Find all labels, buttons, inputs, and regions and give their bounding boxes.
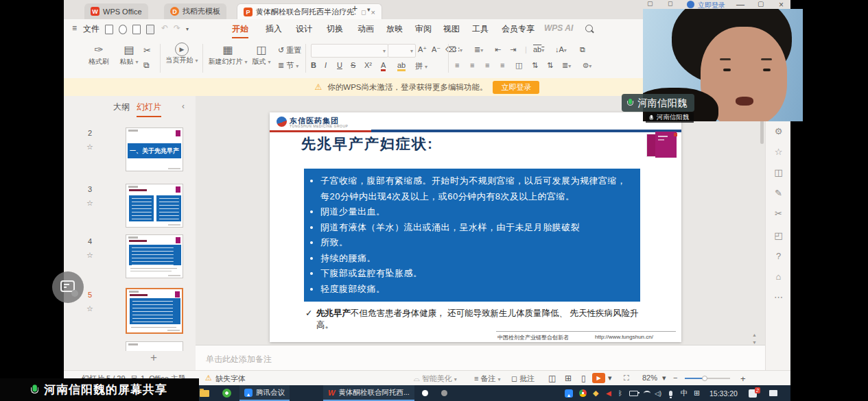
slide-canvas[interactable]: 东信医药集团 TUNGSHUN MEDICINE GROUP 先兆早产产妇症状:… — [270, 112, 681, 342]
wps-ai-button[interactable]: WPS AI — [544, 23, 573, 33]
play-from-current-button[interactable]: ▶ 当页开始 ▾ — [165, 42, 198, 65]
normal-view-icon[interactable]: ◫ — [548, 374, 556, 383]
restore-button[interactable]: ▢ — [758, 0, 764, 8]
indent-button[interactable]: ⇥ — [510, 45, 516, 54]
tray-gold-app-icon[interactable]: ◆ — [593, 385, 598, 401]
decrease-font-icon[interactable]: A⁻ — [432, 45, 441, 54]
tab-templates[interactable]: D 找稻壳模板 — [164, 3, 226, 19]
favorites-icon[interactable]: ☆ — [766, 147, 790, 157]
wifi-icon[interactable] — [644, 385, 650, 401]
print-icon[interactable] — [132, 25, 141, 34]
collapse-panel-icon[interactable]: ‹ — [182, 101, 185, 111]
slide-4-star-icon[interactable]: ☆ — [84, 251, 95, 260]
cut-icon[interactable]: ✂ — [143, 45, 151, 56]
tray-red-app-icon[interactable]: ◀ — [606, 385, 611, 401]
bold-button[interactable]: B — [311, 61, 316, 69]
touch-keyboard-icon[interactable]: ⊞ — [694, 385, 700, 401]
new-tab-button[interactable]: + — [352, 3, 357, 14]
wps-app-task[interactable]: W 黄体酮栓联合阿托西... — [323, 385, 414, 401]
menu-view[interactable]: 视图 — [443, 23, 460, 35]
clock[interactable]: 15:33:20 — [709, 385, 738, 401]
signature-icon[interactable]: ✎ — [766, 188, 790, 198]
font-color-button[interactable]: A — [381, 61, 386, 71]
action-center-icon[interactable] — [769, 385, 777, 401]
italic-button[interactable]: I — [325, 61, 327, 69]
comment-button[interactable]: ◻ 批注 — [511, 374, 535, 384]
strikethrough-button[interactable]: S — [351, 61, 355, 69]
notification-center-button[interactable]: 2 — [749, 385, 757, 401]
line-spacing-button[interactable]: ≣▾ — [562, 61, 571, 70]
menu-review[interactable]: 审阅 — [415, 23, 432, 35]
menu-tools[interactable]: 工具 — [472, 23, 489, 35]
align-center-button[interactable]: ≡ — [470, 61, 474, 69]
menu-animation[interactable]: 动画 — [357, 23, 374, 35]
line-spacing-down-button[interactable]: ⇅ — [547, 61, 553, 70]
menu-design[interactable]: 设计 — [296, 23, 312, 35]
format-painter-button[interactable]: ✑ 格式刷 — [84, 42, 113, 66]
output-icon[interactable] — [119, 25, 127, 34]
file-explorer-button[interactable] — [200, 385, 209, 401]
redo-icon[interactable]: ↷ — [174, 23, 180, 33]
browser-button[interactable] — [222, 385, 231, 401]
indicator-dot-inactive[interactable] — [441, 390, 447, 396]
layout-button[interactable]: ◫ 版式 ▾ — [249, 42, 274, 66]
save-icon[interactable] — [105, 25, 113, 34]
sort-button[interactable]: ↓A▾ — [555, 45, 567, 53]
text-direction-button[interactable]: ⧉ — [580, 45, 585, 54]
skin-icon[interactable]: ⌂ — [766, 271, 790, 282]
justify-button[interactable]: ≡ — [500, 61, 504, 69]
print-preview-icon[interactable] — [146, 25, 154, 34]
shapes-icon[interactable]: ◫ — [766, 167, 790, 178]
new-slide-button[interactable]: ▦ 新建幻灯片 ▾ — [208, 42, 248, 66]
paste-button[interactable]: ▤ 粘贴 ▾ — [115, 42, 143, 66]
highlight-button[interactable]: ab — [397, 61, 406, 71]
copy-icon[interactable]: ⧉ — [143, 60, 150, 70]
notes-button[interactable]: ≡ 备注 ▾ — [474, 374, 501, 384]
volume-icon[interactable]: ◁) — [655, 385, 661, 401]
zoom-caret[interactable]: ▾ — [662, 374, 666, 382]
tray-mic-icon[interactable] — [669, 385, 672, 401]
tab-wps-home[interactable]: W WPS Office — [84, 3, 148, 19]
align-left-button[interactable]: ≡ — [455, 61, 459, 69]
reset-button[interactable]: ↺ 重置 — [278, 45, 301, 56]
close-tab-icon[interactable]: × — [371, 8, 375, 16]
character-shading-button[interactable]: ab▾ — [533, 45, 544, 53]
indicator-dot-active[interactable] — [422, 390, 428, 396]
tab-document[interactable]: P 黄体酮栓联合阿托西半治疗先. ◻ × — [237, 3, 382, 20]
increase-font-icon[interactable]: A⁺ — [418, 45, 427, 54]
undo-icon[interactable]: ↶ — [161, 23, 168, 33]
bluetooth-icon[interactable]: ᛒ — [618, 385, 622, 401]
fit-slide-icon[interactable]: ⛶ — [624, 374, 629, 382]
quickbar-caret[interactable]: ▾ — [186, 26, 189, 32]
image-search-icon[interactable]: ◰ — [766, 230, 790, 241]
slide-6-thumbnail-partial[interactable] — [126, 341, 183, 351]
reading-view-icon[interactable]: ▯ — [581, 374, 586, 383]
menu-home[interactable]: 开始 — [232, 23, 248, 38]
bullet-list-button[interactable]: ∷▾ — [455, 45, 462, 54]
paragraph-settings-button[interactable]: ⊜▾ — [583, 61, 591, 70]
zoom-level[interactable]: 82% — [642, 374, 657, 382]
clip-tools-icon[interactable]: ✂ — [766, 208, 790, 219]
menu-file[interactable]: 文件 — [83, 23, 99, 35]
slideshow-play-button[interactable]: ▶ — [592, 373, 605, 383]
layout-switch-icon[interactable]: ▢ — [647, 0, 653, 7]
close-window-button[interactable]: × — [779, 0, 784, 10]
zoom-slider-handle[interactable] — [702, 376, 707, 381]
menu-member[interactable]: 会员专享 — [502, 23, 535, 35]
distribute-button[interactable]: ◫ — [515, 61, 522, 70]
slide-3-star-icon[interactable]: ☆ — [84, 199, 95, 208]
slide-2-star-icon[interactable]: ☆ — [84, 143, 95, 151]
slide-sorter-icon[interactable]: ⊞ — [565, 374, 572, 383]
zoom-out-button[interactable]: − — [673, 374, 677, 382]
slide-5-thumbnail-selected[interactable] — [126, 288, 183, 334]
minimize-button[interactable]: — — [736, 0, 744, 10]
notes-pane[interactable]: 单击此处添加备注 — [196, 345, 765, 371]
ime-indicator[interactable]: 中 — [681, 385, 688, 401]
search-icon[interactable] — [585, 25, 593, 32]
tab-outline[interactable]: 大纲 — [113, 101, 130, 113]
beautify-button[interactable]: ⌓ 智能美化 ▾ — [414, 374, 457, 384]
meeting-app-task[interactable]: ▲ 腾讯会议 — [239, 385, 290, 401]
section-button[interactable]: ≣ 节 ▾ — [278, 60, 298, 71]
login-now-button[interactable]: 立即登录 — [493, 81, 539, 94]
next-slide-button[interactable]: ▼ — [752, 340, 757, 345]
